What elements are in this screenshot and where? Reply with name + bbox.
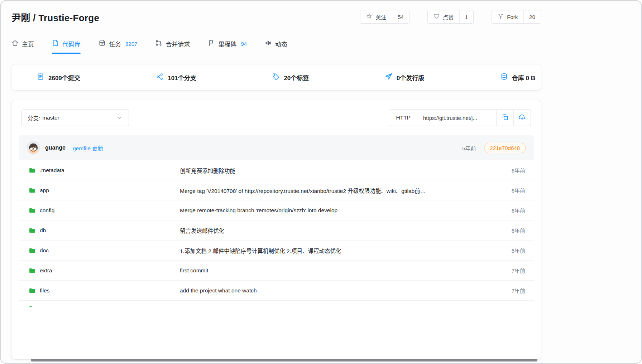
download-button[interactable]: [513, 110, 531, 126]
task-icon: [99, 39, 106, 48]
row-commit-message[interactable]: 创新竞赛添加删除功能: [180, 166, 500, 174]
stat-tags[interactable]: 20个标签: [272, 73, 309, 82]
repo-stats-bar: 2609个提交 101个分支 20个标签 0个发行版 仓库 0 B: [11, 64, 541, 90]
folder-icon: [29, 187, 36, 194]
release-icon: [385, 73, 393, 82]
file-name[interactable]: doc: [40, 247, 49, 254]
commit-author[interactable]: guange: [45, 145, 66, 151]
table-row[interactable]: files add the project what one watch 7年前: [19, 281, 534, 301]
activity-icon: [265, 39, 272, 48]
row-commit-time: 6年前: [500, 186, 525, 194]
row-commit-message[interactable]: Merge remote-tracking branch 'remotes/or…: [180, 207, 500, 214]
repo-tab-bar: 主页 代码库 任务 8207 合并请求 里程碑 94 动态: [11, 39, 541, 54]
tab-label: 任务: [109, 39, 121, 48]
commit-hash-badge[interactable]: 221e70d648: [484, 143, 526, 153]
repo-actions: 关注 54 点赞 1 Fork 20: [360, 10, 541, 24]
tab-badge: 8207: [125, 41, 137, 47]
latest-commit-bar: guange gemfile 更新 5年前 221e70d648: [19, 135, 534, 160]
commit-time: 5年前: [462, 144, 476, 152]
row-commit-message[interactable]: Merge tag 'V20140708' of http://reposito…: [180, 186, 500, 194]
table-row[interactable]: .metadata 创新竞赛添加删除功能 6年前: [19, 160, 534, 180]
watch-count[interactable]: 54: [392, 10, 409, 23]
branch-selector[interactable]: 分支: master: [21, 110, 129, 126]
watch-label: 关注: [375, 13, 386, 21]
stat-branches[interactable]: 101个分支: [156, 73, 196, 82]
branch-label: 分支:: [28, 114, 40, 122]
folder-icon: [29, 207, 36, 214]
repo-icon: [52, 39, 59, 48]
fork-button[interactable]: Fork 20: [492, 10, 541, 24]
branch-icon: [156, 73, 164, 82]
commit-icon: [37, 73, 44, 82]
table-row[interactable]: config Merge remote-tracking branch 'rem…: [19, 200, 534, 220]
like-count[interactable]: 1: [459, 10, 473, 23]
copy-url-button[interactable]: [496, 110, 513, 126]
row-commit-time: 6年前: [500, 207, 525, 214]
row-commit-time: 6年前: [500, 227, 525, 234]
fork-count[interactable]: 20: [523, 10, 541, 23]
branch-name: master: [42, 115, 59, 121]
protocol-select[interactable]: HTTP: [389, 110, 418, 126]
stat-label: 101个分支: [168, 73, 196, 82]
stat-label: 0个发行版: [397, 73, 424, 82]
row-commit-message[interactable]: 留言发送邮件优化: [180, 227, 500, 234]
file-name[interactable]: db: [40, 227, 46, 234]
horizontal-scrollbar[interactable]: [31, 359, 537, 361]
folder-icon: [29, 247, 36, 254]
star-icon: [366, 13, 372, 20]
chevron-down-icon: [116, 115, 123, 121]
clone-url-group: HTTP https://git.trustie.net/j...: [389, 110, 531, 126]
stat-label: 2609个提交: [48, 73, 80, 82]
tab-milestones[interactable]: 里程碑 94: [208, 39, 247, 54]
file-name[interactable]: extra: [40, 267, 52, 274]
stat-commits[interactable]: 2609个提交: [37, 73, 80, 82]
like-label: 点赞: [443, 13, 454, 21]
commit-message-link[interactable]: gemfile 更新: [73, 144, 103, 152]
file-table: .metadata 创新竞赛添加删除功能 6年前 app Merge tag '…: [19, 160, 534, 307]
file-name[interactable]: files: [40, 287, 50, 294]
stat-label: 仓库 0 B: [512, 73, 535, 82]
file-name[interactable]: config: [40, 207, 54, 214]
tab-home[interactable]: 主页: [11, 39, 34, 54]
tab-label: 动态: [275, 39, 287, 48]
file-name[interactable]: app: [40, 187, 49, 194]
tab-repository[interactable]: 代码库: [52, 39, 81, 54]
table-row[interactable]: db 留言发送邮件优化 6年前: [19, 220, 534, 241]
tab-activity[interactable]: 动态: [265, 39, 287, 54]
folder-icon: [29, 267, 36, 274]
row-commit-time: 6年前: [500, 166, 525, 174]
table-row-partial[interactable]: [19, 301, 534, 307]
home-icon: [11, 39, 19, 48]
row-commit-time: 6年前: [500, 247, 525, 254]
row-commit-message[interactable]: 1.添加文档 2.邮件中缺陷序号计算机制优化 2.项目、课程动态优化: [180, 247, 500, 254]
tab-issues[interactable]: 任务 8207: [99, 39, 137, 54]
stat-releases[interactable]: 0个发行版: [385, 73, 424, 82]
clone-url-field[interactable]: https://git.trustie.net/j...: [418, 110, 496, 126]
folder-icon: [29, 287, 36, 294]
folder-icon: [29, 167, 36, 174]
cloud-download-icon: [518, 113, 526, 122]
tab-merge-requests[interactable]: 合并请求: [155, 39, 190, 54]
row-commit-time: 7年前: [500, 287, 525, 294]
avatar[interactable]: [27, 141, 40, 155]
heart-icon: [433, 13, 440, 20]
stat-repo-size[interactable]: 仓库 0 B: [500, 73, 535, 82]
table-row[interactable]: doc 1.添加文档 2.邮件中缺陷序号计算机制优化 2.项目、课程动态优化 6…: [19, 241, 534, 261]
stat-label: 20个标签: [284, 73, 309, 82]
milestone-icon: [208, 39, 215, 48]
repo-toolbar: 分支: master HTTP https://git.trustie.net/…: [21, 110, 531, 126]
table-row[interactable]: extra first commit 7年前: [19, 261, 534, 281]
row-commit-time: 7年前: [500, 267, 525, 274]
row-commit-message[interactable]: add the project what one watch: [180, 287, 500, 294]
table-row[interactable]: app Merge tag 'V20140708' of http://repo…: [19, 180, 534, 200]
tab-badge: 94: [241, 41, 247, 47]
file-name[interactable]: .metadata: [40, 167, 64, 174]
repo-browser-card: 分支: master HTTP https://git.trustie.net/…: [11, 100, 541, 359]
like-button[interactable]: 点赞 1: [427, 10, 474, 24]
row-commit-message[interactable]: first commit: [180, 267, 500, 274]
database-icon: [500, 73, 508, 82]
watch-button[interactable]: 关注 54: [360, 10, 409, 24]
tab-label: 合并请求: [166, 39, 190, 48]
tab-label: 主页: [22, 39, 34, 48]
page-title: 尹刚 / Trustie-Forge: [11, 10, 99, 24]
